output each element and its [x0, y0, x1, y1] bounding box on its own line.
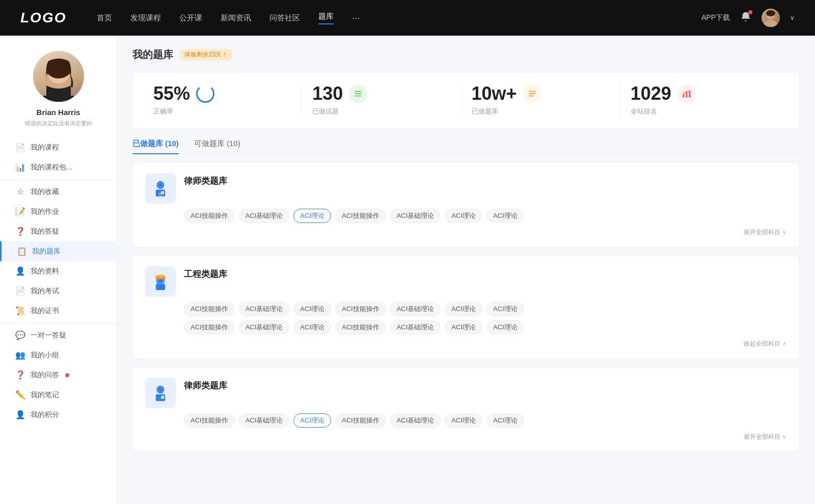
lawyer-tag-5[interactable]: ACI基础理论 — [390, 209, 441, 223]
lawyer2-tag-6[interactable]: ACI理论 — [445, 413, 482, 428]
svg-rect-15 — [683, 95, 684, 98]
engineer-tag-5[interactable]: ACI基础理论 — [390, 302, 441, 316]
bank-card-lawyer2: 律师类题库 ACI技能操作 ACI基础理论 ACI理论 ACI技能操作 ACI基… — [132, 367, 800, 452]
svg-rect-9 — [355, 91, 362, 92]
engineer-tag-6[interactable]: ACI理论 — [445, 302, 482, 316]
navbar: LOGO 首页 发现课程 公开课 新闻资讯 问答社区 题库 ··· APP下载 … — [0, 0, 815, 36]
sidebar-item-favorites[interactable]: ☆ 我的收藏 — [0, 182, 117, 202]
stat-rank: 1029 全站排名 — [620, 85, 779, 116]
points-icon: 👤 — [15, 410, 25, 419]
sidebar-item-cert-label: 我的证书 — [31, 306, 59, 316]
lawyer2-tag-7[interactable]: ACI理论 — [486, 413, 524, 428]
engineer-tag-4[interactable]: ACI技能操作 — [335, 302, 386, 316]
sidebar-item-profile[interactable]: 👤 我的资料 — [0, 261, 117, 281]
sidebar-item-my-course[interactable]: 📄 我的课程 — [0, 137, 117, 157]
stat-rank-top: 1029 — [631, 85, 769, 103]
stat-done-questions-top: 130 — [312, 85, 450, 103]
rank-chart-icon — [682, 89, 691, 98]
lawyer2-tag-5[interactable]: ACI基础理论 — [390, 413, 441, 428]
sidebar-item-course-pkg-label: 我的课程包... — [31, 163, 72, 172]
sidebar-item-my-qa[interactable]: ❓ 我的问答 — [0, 365, 117, 385]
engineer-tag-r2-2[interactable]: ACI基础理论 — [239, 320, 290, 334]
lawyer2-expand-btn[interactable]: 展开全部科目 ∨ — [744, 433, 787, 441]
lawyer-bank-icon — [145, 173, 176, 204]
sidebar-item-profile-label: 我的资料 — [31, 267, 59, 276]
nav-item-qa[interactable]: 问答社区 — [269, 13, 300, 23]
1on1-icon: 💬 — [15, 330, 25, 340]
sidebar-item-answers[interactable]: ❓ 我的答疑 — [0, 221, 117, 241]
engineer-tag-1[interactable]: ACI技能操作 — [184, 302, 235, 316]
svg-rect-30 — [159, 275, 162, 277]
lawyer-tag-7[interactable]: ACI理论 — [486, 209, 524, 223]
svg-point-2 — [766, 10, 775, 16]
sidebar-item-question-bank-label: 我的题库 — [32, 247, 61, 256]
sidebar-item-exam[interactable]: 📄 我的考试 — [0, 281, 117, 301]
svg-point-35 — [158, 387, 162, 391]
notes-icon: ✏️ — [15, 390, 25, 400]
my-qa-icon: ❓ — [15, 370, 25, 380]
nav-item-courses[interactable]: 发现课程 — [130, 13, 161, 23]
sidebar-item-1on1[interactable]: 💬 一对一答疑 — [0, 325, 117, 345]
main-content: 我的题库 体验剩余23天！ 55% 正确率 130 已做试题 — [117, 36, 815, 504]
engineer-tag-r2-5[interactable]: ACI基础理论 — [390, 320, 441, 334]
svg-point-27 — [158, 278, 162, 283]
sidebar-item-cert[interactable]: 📜 我的证书 — [0, 301, 117, 321]
sidebar-item-group-label: 我的小组 — [31, 351, 59, 360]
nav-item-home[interactable]: 首页 — [97, 13, 112, 23]
group-icon: 👥 — [15, 350, 25, 360]
nav-item-open[interactable]: 公开课 — [179, 13, 202, 23]
svg-rect-10 — [355, 93, 362, 94]
lawyer2-tag-4[interactable]: ACI技能操作 — [335, 413, 386, 428]
lawyer2-tag-2[interactable]: ACI基础理论 — [239, 413, 290, 428]
lawyer-tag-4[interactable]: ACI技能操作 — [335, 209, 386, 223]
lawyer2-tag-3[interactable]: ACI理论 — [293, 413, 331, 428]
nav-item-news[interactable]: 新闻资讯 — [221, 13, 251, 23]
bank-card-lawyer2-header: 律师类题库 — [145, 378, 787, 408]
svg-rect-11 — [355, 96, 362, 97]
sidebar-item-question-bank[interactable]: 📋 我的题库 — [0, 241, 117, 261]
tab-available[interactable]: 可做题库 (10) — [194, 139, 240, 154]
stat-done-banks-icon — [523, 85, 541, 103]
engineer-tag-r2-7[interactable]: ACI理论 — [486, 320, 524, 334]
engineer-tag-3[interactable]: ACI理论 — [293, 302, 331, 316]
sidebar-item-notes[interactable]: ✏️ 我的笔记 — [0, 385, 117, 405]
avatar[interactable] — [762, 9, 780, 27]
sidebar-item-points[interactable]: 👤 我的积分 — [0, 405, 117, 425]
engineer-tag-2[interactable]: ACI基础理论 — [239, 302, 290, 316]
sidebar-item-group[interactable]: 👥 我的小组 — [0, 345, 117, 365]
lawyer-expand-btn[interactable]: 展开全部科目 ∨ — [744, 228, 787, 237]
engineer-tag-7[interactable]: ACI理论 — [486, 302, 524, 316]
svg-rect-17 — [689, 91, 690, 98]
lawyer2-bank-icon — [145, 378, 176, 408]
cert-icon: 📜 — [15, 306, 25, 316]
svg-rect-31 — [155, 278, 166, 279]
engineer-tag-r2-6[interactable]: ACI理论 — [445, 320, 482, 334]
lawyer-tag-1[interactable]: ACI技能操作 — [184, 209, 235, 223]
nav-item-bank[interactable]: 题库 — [318, 12, 334, 24]
stat-rank-label: 全站排名 — [631, 107, 769, 116]
stat-accuracy-value: 55% — [153, 85, 190, 103]
engineer-tag-r2-4[interactable]: ACI技能操作 — [335, 320, 386, 334]
avatar-dropdown-chevron[interactable]: ∨ — [790, 14, 795, 21]
engineer-collapse-btn[interactable]: 收起全部科目 ∧ — [744, 340, 787, 348]
app-download-button[interactable]: APP下载 — [701, 13, 730, 22]
sidebar-item-course-pkg[interactable]: 📊 我的课程包... — [0, 157, 117, 177]
sidebar-item-favorites-label: 我的收藏 — [31, 187, 59, 197]
main-layout: Brian Harris 错误的决定比没有决定要好 📄 我的课程 📊 我的课程包… — [0, 36, 815, 504]
sidebar-item-homework[interactable]: 📝 我的作业 — [0, 202, 117, 221]
lawyer-tag-2[interactable]: ACI基础理论 — [239, 209, 290, 223]
bank-lawyer2-footer: 展开全部科目 ∨ — [145, 433, 787, 441]
stat-done-banks-label: 已做题库 — [472, 107, 610, 116]
question-bank-icon: 📋 — [17, 246, 27, 256]
stat-accuracy-icon — [196, 85, 214, 103]
sidebar: Brian Harris 错误的决定比没有决定要好 📄 我的课程 📊 我的课程包… — [0, 36, 117, 504]
engineer-tag-r2-3[interactable]: ACI理论 — [293, 320, 331, 334]
bank-list-icon — [528, 89, 537, 98]
lawyer-tag-3[interactable]: ACI理论 — [293, 209, 331, 223]
tab-done[interactable]: 已做题库 (10) — [132, 139, 179, 154]
lawyer-tag-6[interactable]: ACI理论 — [445, 209, 482, 223]
notification-bell[interactable] — [740, 11, 751, 24]
nav-more-button[interactable]: ··· — [352, 13, 360, 23]
engineer-tag-r2-1[interactable]: ACI技能操作 — [184, 320, 235, 334]
lawyer2-tag-1[interactable]: ACI技能操作 — [184, 413, 235, 428]
